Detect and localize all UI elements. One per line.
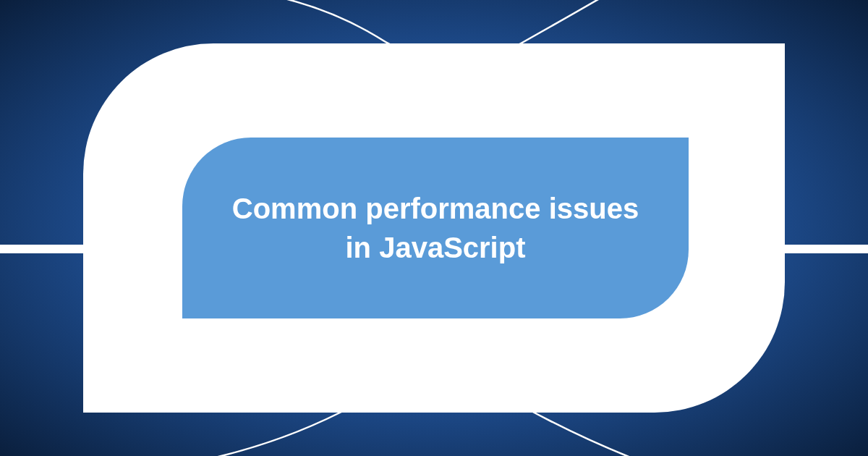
- card-title: Common performance issues in JavaScript: [226, 189, 645, 267]
- horizontal-accent-left: [0, 245, 87, 253]
- inner-card-shape: Common performance issues in JavaScript: [182, 138, 689, 318]
- horizontal-accent-right: [781, 245, 868, 253]
